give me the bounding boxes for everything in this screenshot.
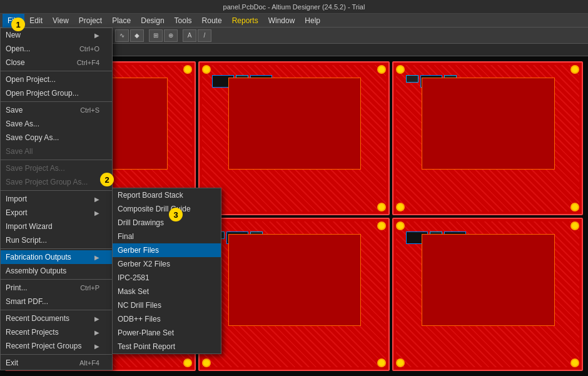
corner-bl-6 (396, 358, 405, 367)
corner-tr-5 (377, 221, 386, 230)
toolbar-diamond[interactable]: ◆ (130, 29, 144, 42)
new-arrow: ▶ (94, 32, 99, 39)
menu-close[interactable]: Close Ctrl+F4 (1, 56, 112, 69)
menu-nc-drill-files[interactable]: NC Drill Files (113, 298, 221, 312)
divider-7 (1, 310, 112, 310)
divider-4 (1, 190, 112, 191)
chip-8 (250, 75, 272, 88)
menu-design[interactable]: Design (136, 14, 169, 28)
corner-br-3 (570, 203, 579, 211)
chip-7 (236, 75, 248, 83)
recent-projects-arrow: ▶ (94, 329, 99, 336)
menu-save-project-as: Save Project As... (1, 161, 112, 175)
menu-recent-docs[interactable]: Recent Documents ▶ (1, 312, 112, 325)
menu-recent-projects[interactable]: Recent Projects ▶ (1, 325, 112, 339)
menu-save[interactable]: Save Ctrl+S (1, 103, 112, 117)
menu-import-wizard[interactable]: Import Wizard (1, 220, 112, 233)
title-text: panel.PcbDoc - Altium Designer (24.5.2) … (223, 3, 365, 11)
title-bar: panel.PcbDoc - Altium Designer (24.5.2) … (0, 0, 588, 14)
pcb-components-3 (406, 75, 569, 201)
pcb-components-2 (212, 75, 375, 201)
menu-save-project-group-as: Save Project Group As... (1, 175, 112, 189)
chip-21 (444, 231, 466, 244)
menu-recent-project-groups[interactable]: Recent Project Groups ▶ (1, 339, 112, 353)
corner-tr-3 (570, 65, 579, 74)
menu-final[interactable]: Final (113, 230, 221, 243)
chip-6 (212, 75, 234, 88)
toolbar-grid[interactable]: ⊞ (149, 29, 163, 42)
corner-bl-5 (202, 358, 211, 367)
step-badge-3: 3 (169, 208, 183, 221)
menu-report-board-stack[interactable]: Report Board Stack (113, 188, 221, 202)
corner-br-6 (570, 358, 579, 367)
divider-3 (1, 160, 112, 160)
corner-tr-1 (183, 65, 192, 74)
step-badge-2: 2 (100, 173, 114, 186)
fab-submenu: Report Board Stack Composite Drill Guide… (112, 188, 221, 354)
menu-window[interactable]: Window (263, 14, 300, 28)
menu-edit[interactable]: Edit (24, 14, 48, 28)
menu-fab-outputs[interactable]: Fabrication Outputs ▶ (1, 250, 112, 264)
pcb-components-6 (406, 231, 569, 358)
menu-project[interactable]: Project (74, 14, 107, 28)
chip-18 (250, 231, 263, 239)
menu-mask-set[interactable]: Mask Set (113, 285, 221, 298)
pcb-board-2 (198, 61, 389, 215)
corner-tr-2 (377, 65, 386, 74)
menu-smart-pdf[interactable]: Smart PDF... (1, 295, 112, 308)
toolbar-text[interactable]: A (183, 29, 196, 42)
divider-5 (1, 248, 112, 249)
chip-17 (226, 231, 248, 244)
menu-open-project-group[interactable]: Open Project Group... (1, 86, 112, 100)
recent-project-groups-arrow: ▶ (94, 343, 99, 350)
menu-composite-drill-guide[interactable]: Composite Drill Guide (113, 202, 221, 216)
corner-tl-2 (202, 65, 211, 74)
corner-br-5 (377, 358, 386, 367)
menu-open[interactable]: Open... Ctrl+O (1, 42, 112, 56)
divider-6 (1, 279, 112, 280)
menu-save-copy-as[interactable]: Save Copy As... (1, 131, 112, 145)
menu-tools[interactable]: Tools (170, 14, 197, 28)
corner-tl-6 (396, 221, 405, 230)
menu-view[interactable]: View (48, 14, 74, 28)
menu-odb-files[interactable]: ODB++ Files (113, 312, 221, 326)
menu-save-as[interactable]: Save As... (1, 117, 112, 131)
menu-help[interactable]: Help (300, 14, 325, 28)
corner-bl-3 (396, 203, 405, 211)
menu-open-project[interactable]: Open Project... (1, 73, 112, 86)
menu-assembly-outputs[interactable]: Assembly Outputs (1, 264, 112, 278)
chip-20 (430, 231, 442, 239)
chip-19 (406, 231, 428, 244)
menu-place[interactable]: Place (107, 14, 136, 28)
menu-reports[interactable]: Reports (227, 14, 263, 28)
file-menu: New ▶ Open... Ctrl+O Close Ctrl+F4 Open … (0, 28, 113, 370)
step-badge-1: 1 (11, 18, 25, 31)
pcb-board-6 (392, 218, 583, 372)
import-arrow: ▶ (94, 196, 99, 203)
divider-1 (1, 71, 112, 71)
export-arrow: ▶ (94, 210, 99, 216)
menu-exit[interactable]: Exit Alt+F4 (1, 356, 112, 370)
menu-export[interactable]: Export ▶ (1, 206, 112, 220)
chip-11 (444, 75, 457, 83)
toolbar-line[interactable]: / (198, 29, 211, 42)
menu-ipc-2581[interactable]: IPC-2581 (113, 271, 221, 285)
toolbar-zoom[interactable]: ⊕ (164, 29, 178, 42)
menu-power-plane-set[interactable]: Power-Plane Set (113, 326, 221, 340)
corner-tr-6 (570, 221, 579, 230)
menu-gerber-files[interactable]: Gerber Files (113, 243, 221, 257)
corner-tl-3 (396, 65, 405, 74)
menu-gerber-x2-files[interactable]: Gerber X2 Files (113, 257, 221, 271)
menu-drill-drawings[interactable]: Drill Drawings (113, 216, 221, 230)
toolbar-wave[interactable]: ∿ (115, 29, 129, 42)
pcb-board-5 (198, 218, 389, 372)
menu-test-point-report[interactable]: Test Point Report (113, 340, 221, 353)
corner-br-4 (183, 358, 192, 367)
divider-2 (1, 101, 112, 102)
menu-import[interactable]: Import ▶ (1, 192, 112, 206)
chip-10 (420, 75, 442, 88)
menu-run-script[interactable]: Run Script... (1, 233, 112, 247)
fab-arrow: ▶ (94, 254, 99, 261)
menu-route[interactable]: Route (197, 14, 227, 28)
menu-print[interactable]: Print... Ctrl+P (1, 281, 112, 295)
